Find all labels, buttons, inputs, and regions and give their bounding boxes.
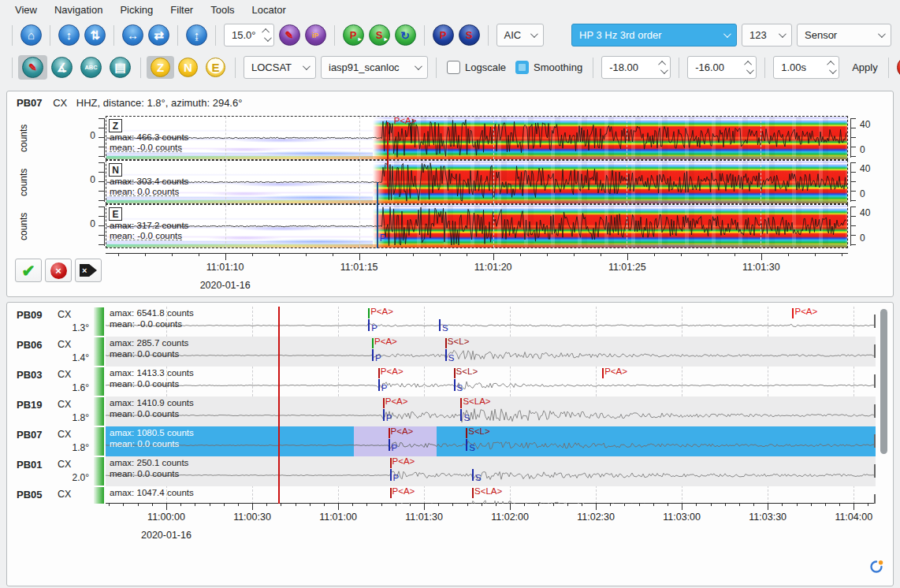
pick-marker[interactable] [602, 368, 604, 378]
home-icon[interactable]: ⌂ [20, 24, 42, 46]
quality-bar [94, 457, 104, 486]
trace-area[interactable]: amax: 1047.4 countsP<A>S<LA> [106, 486, 876, 504]
rotation-angle-spinbox[interactable]: 15.0° [224, 24, 274, 47]
target-icon[interactable] [897, 57, 900, 78]
manual-pick-marker[interactable] [390, 469, 392, 481]
ip-pick-icon[interactable]: iP [305, 24, 326, 46]
spectrum-min-spinbox[interactable]: -18.00 [601, 56, 671, 79]
station-label-block[interactable]: PB07CX1.8° [10, 426, 92, 456]
relocate-icon[interactable]: ↻ [395, 24, 416, 46]
manual-pick-marker[interactable] [368, 319, 370, 331]
trace-area[interactable]: amax: 250.1 countsmean: 0.0 countsP<A>PS [106, 456, 876, 486]
manual-pick-marker[interactable] [460, 409, 462, 421]
manual-pick-marker[interactable] [472, 469, 474, 481]
confirm-pick-button[interactable]: ✔ [15, 259, 42, 282]
skip-trace-button[interactable]: × [75, 259, 102, 282]
archive-toggle[interactable]: ▤ [106, 55, 135, 80]
station-label-block[interactable]: PB19CX1.8° [10, 396, 92, 426]
pick-marker[interactable] [792, 308, 794, 318]
menu-filter[interactable]: Filter [162, 2, 202, 18]
trace-area[interactable]: amax: 285.7 countsmean: 0.0 countsP<A>PS… [106, 337, 876, 367]
component-z-toggle[interactable]: Z [147, 56, 174, 79]
menu-tools[interactable]: Tools [202, 2, 243, 18]
amplitude-zoom-in-icon[interactable]: ↕ [58, 24, 80, 46]
next-p-icon[interactable]: P▸ [343, 24, 364, 46]
menu-view[interactable]: View [6, 2, 46, 18]
menu-locator[interactable]: Locator [244, 2, 295, 18]
spin-arrows[interactable] [264, 28, 270, 42]
rotation-combo[interactable]: 123 [742, 24, 792, 47]
spectrogram-trace-N[interactable]: Namax: 303.4 countsmean: 0.0 counts [106, 160, 848, 204]
s-waveform-icon[interactable]: S [459, 24, 480, 46]
manual-pick-marker[interactable] [466, 439, 467, 451]
manual-pick-marker[interactable] [389, 439, 390, 451]
picker-plot[interactable]: Zamax: 466.3 countsmean: -0.0 countsNama… [106, 116, 848, 248]
trace-area[interactable]: amax: 6541.8 countsmean: -0.0 countsP<A>… [106, 307, 876, 337]
station-label-block[interactable]: PB06CX1.4° [10, 337, 92, 367]
station-label-block[interactable]: PB01CX2.0° [10, 456, 92, 486]
logscale-checkbox[interactable]: Logscale [447, 61, 506, 74]
picker-tool-icon[interactable]: ✎ [279, 24, 300, 46]
station-label-block[interactable]: PB09CX1.3° [10, 307, 92, 337]
p-waveform-icon[interactable]: P [433, 24, 454, 46]
station-row-PB07[interactable]: PB07CX1.8°amax: 1080.5 countsmean: 0.0 c… [10, 426, 888, 456]
pick-marker[interactable] [466, 428, 467, 438]
pick-marker[interactable] [372, 338, 374, 348]
next-s-icon[interactable]: S▸ [369, 24, 390, 46]
trace-area[interactable]: amax: 1410.9 countsmean: 0.0 countsP<A>P… [106, 396, 876, 426]
pick-marker[interactable] [368, 308, 370, 318]
pick-marker[interactable] [383, 398, 385, 408]
station-row-PB03[interactable]: PB03CX1.6°amax: 1413.3 countsmean: 0.0 c… [10, 367, 888, 396]
pick-marker[interactable] [454, 368, 456, 378]
locator-combo[interactable]: LOCSAT [244, 56, 316, 79]
station-row-PB09[interactable]: PB09CX1.3°amax: 6541.8 countsmean: -0.0 … [10, 307, 888, 337]
filter-combo[interactable]: HP 3 Hz 3rd order [571, 24, 737, 47]
manual-pick-marker[interactable] [454, 379, 456, 391]
pick-marker[interactable] [378, 368, 380, 378]
manual-pick-marker[interactable] [445, 349, 447, 361]
window-length-spinbox[interactable]: 1.00s [773, 56, 839, 79]
spin-arrows[interactable] [829, 61, 835, 74]
spin-arrows[interactable] [660, 61, 666, 74]
station-row-PB01[interactable]: PB01CX2.0°amax: 250.1 countsmean: 0.0 co… [10, 456, 888, 486]
polarization-toggle[interactable]: ∡ [47, 55, 76, 80]
station-row-PB19[interactable]: PB19CX1.8°amax: 1410.9 countsmean: 0.0 c… [10, 396, 888, 426]
menu-navigation[interactable]: Navigation [46, 2, 111, 18]
spectrogram-trace-E[interactable]: Eamax: 317.2 countsmean: -0.0 counts [106, 204, 848, 248]
reject-pick-button[interactable]: × [45, 259, 72, 282]
pick-marker[interactable] [390, 488, 392, 498]
pick-marker[interactable] [460, 398, 462, 408]
abc-toggle[interactable]: ABC [76, 55, 106, 80]
pick-marker[interactable] [445, 338, 447, 348]
profile-combo[interactable]: iasp91_scanloc [321, 56, 428, 79]
manual-pick-marker[interactable] [378, 379, 380, 391]
station-label-block[interactable]: PB03CX1.6° [10, 367, 92, 396]
pick-marker[interactable] [472, 488, 474, 498]
pick-marker[interactable] [389, 428, 390, 438]
station-row-PB05[interactable]: PB05CXamax: 1047.4 countsP<A>S<LA> [10, 486, 888, 504]
smoothing-checkbox[interactable]: Smoothing [515, 61, 582, 74]
vertical-scrollbar[interactable] [880, 309, 887, 454]
pick-mode-toggle[interactable]: ✎ [18, 55, 47, 80]
manual-pick-marker[interactable] [372, 349, 374, 361]
apply-button[interactable]: Apply [845, 58, 885, 77]
menu-picking[interactable]: Picking [111, 2, 162, 18]
unit-combo[interactable]: Sensor [797, 24, 891, 47]
trace-area[interactable]: amax: 1080.5 countsmean: 0.0 countsP<A>P… [106, 426, 876, 456]
component-e-toggle[interactable]: E [202, 56, 229, 79]
spectrogram-trace-Z[interactable]: Zamax: 466.3 countsmean: -0.0 counts [106, 116, 848, 160]
manual-pick-marker[interactable] [439, 319, 441, 331]
fit-amplitude-icon[interactable]: ↨ [186, 24, 207, 46]
spin-arrows[interactable] [746, 61, 752, 74]
manual-pick-marker[interactable] [383, 409, 385, 421]
trace-area[interactable]: amax: 1413.3 countsmean: 0.0 countsP<A>P… [106, 367, 876, 396]
pick-marker[interactable] [390, 458, 392, 468]
time-zoom-in-icon[interactable]: ↔ [122, 24, 143, 46]
component-n-toggle[interactable]: N [174, 56, 202, 79]
onset-method-combo[interactable]: AIC [496, 24, 544, 47]
station-row-PB06[interactable]: PB06CX1.4°amax: 285.7 countsmean: 0.0 co… [10, 337, 888, 367]
time-zoom-out-icon[interactable]: ⇄ [148, 24, 169, 46]
station-label-block[interactable]: PB05CX [10, 486, 92, 504]
amplitude-zoom-out-icon[interactable]: ⇅ [84, 24, 106, 46]
spectrum-max-spinbox[interactable]: -16.00 [687, 56, 757, 79]
